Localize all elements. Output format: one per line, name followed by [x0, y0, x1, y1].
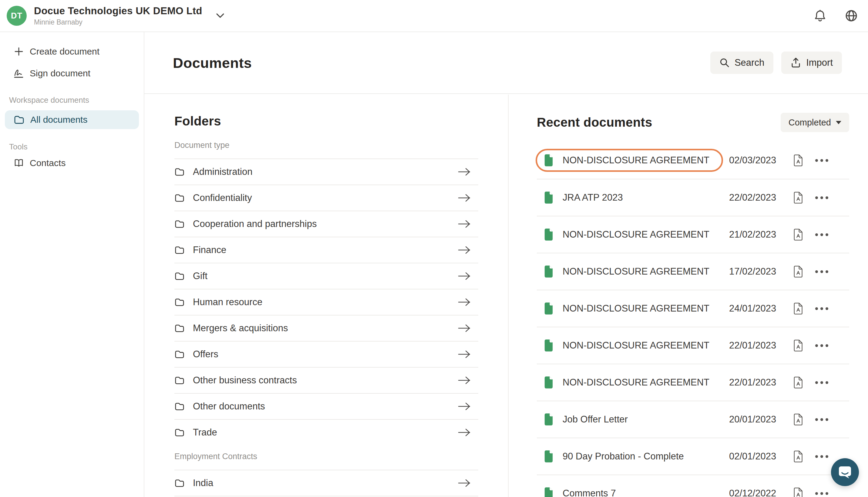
- folder-row-gift[interactable]: Gift: [175, 263, 478, 289]
- document-link-highlighted[interactable]: NON-DISCLOSURE AGREEMENT: [536, 149, 723, 172]
- more-options-icon[interactable]: [815, 344, 828, 347]
- recent-documents-panel: Recent documents Completed NON-DISCLOSUR…: [537, 95, 849, 497]
- document-icon: [544, 487, 553, 497]
- document-link[interactable]: Job Offer Letter: [536, 408, 642, 431]
- pdf-icon[interactable]: [794, 228, 803, 241]
- document-link[interactable]: NON-DISCLOSURE AGREEMENT: [536, 297, 723, 320]
- sidebar-item-contacts[interactable]: Contacts: [0, 152, 144, 174]
- folder-row-cooperation-and-partnerships[interactable]: Cooperation and partnerships: [175, 211, 478, 237]
- topbar-actions: [814, 10, 858, 22]
- document-link[interactable]: NON-DISCLOSURE AGREEMENT: [536, 371, 723, 394]
- document-name: Job Offer Letter: [563, 414, 628, 425]
- folder-name: Gift: [193, 271, 207, 282]
- recent-documents-title: Recent documents: [537, 115, 652, 130]
- search-button[interactable]: Search: [710, 52, 773, 74]
- pdf-icon[interactable]: [794, 266, 803, 278]
- sidebar-section-tools: Tools: [0, 141, 144, 152]
- document-icon: [544, 450, 553, 463]
- more-options-icon[interactable]: [815, 233, 828, 236]
- arrow-right-icon: [458, 401, 471, 411]
- folder-row-other-business-contracts[interactable]: Other business contracts: [175, 367, 478, 393]
- pdf-icon[interactable]: [794, 154, 803, 166]
- arrow-right-icon: [458, 350, 471, 359]
- more-options-icon[interactable]: [815, 418, 828, 421]
- document-name: JRA ATP 2023: [563, 192, 623, 203]
- pdf-icon[interactable]: [794, 377, 803, 388]
- folder-icon: [175, 402, 185, 411]
- document-link[interactable]: JRA ATP 2023: [536, 186, 637, 209]
- document-date: 20/01/2023: [729, 414, 776, 425]
- pdf-icon[interactable]: [794, 339, 803, 352]
- globe-icon[interactable]: [845, 10, 858, 22]
- sign-document-button[interactable]: Sign document: [0, 62, 144, 84]
- bell-icon[interactable]: [814, 10, 826, 22]
- document-link[interactable]: NON-DISCLOSURE AGREEMENT: [536, 223, 723, 246]
- document-icon: [544, 376, 553, 389]
- import-button-label: Import: [806, 57, 833, 68]
- folder-row-other-documents[interactable]: Other documents: [175, 393, 478, 419]
- more-options-icon[interactable]: [815, 159, 828, 162]
- pdf-icon[interactable]: [794, 450, 803, 463]
- arrow-right-icon: [458, 219, 471, 229]
- document-row: Job Offer Letter 20/01/2023: [537, 401, 849, 438]
- page-header: Documents Search: [144, 32, 868, 94]
- arrow-right-icon: [458, 323, 471, 333]
- document-link[interactable]: Comments 7: [536, 482, 630, 497]
- document-date: 22/01/2023: [729, 377, 776, 388]
- signature-icon: [14, 68, 24, 79]
- folder-row-mergers-acquisitions[interactable]: Mergers & acquisitions: [175, 315, 478, 341]
- folder-row-confidentiality[interactable]: Confidentiality: [175, 185, 478, 211]
- header-actions: Search Import: [710, 52, 842, 74]
- create-document-button[interactable]: Create document: [0, 41, 144, 62]
- folder-row-india[interactable]: India: [175, 470, 478, 496]
- document-date: 02/01/2023: [729, 451, 776, 462]
- import-icon: [790, 57, 801, 68]
- folder-row-finance[interactable]: Finance: [175, 237, 478, 263]
- folder-icon: [175, 376, 185, 385]
- folder-icon: [175, 219, 185, 228]
- pdf-icon[interactable]: [794, 191, 803, 204]
- pdf-icon[interactable]: [794, 487, 803, 497]
- document-icon: [544, 154, 553, 167]
- pdf-icon[interactable]: [794, 413, 803, 425]
- document-link[interactable]: 90 Day Probation - Complete: [536, 445, 698, 468]
- content-area: Folders Document type Administration Con…: [144, 95, 868, 497]
- arrow-right-icon: [458, 297, 471, 307]
- status-filter-dropdown[interactable]: Completed: [781, 113, 849, 132]
- document-icon: [544, 228, 553, 241]
- sidebar-item-all-documents[interactable]: All documents: [5, 110, 139, 129]
- folder-icon: [175, 298, 185, 307]
- folder-icon: [175, 428, 185, 437]
- folder-row-trade[interactable]: Trade: [175, 419, 478, 445]
- more-options-icon[interactable]: [815, 196, 828, 199]
- workspace-name: Docue Technologies UK DEMO Ltd: [34, 5, 202, 17]
- workspace-switcher[interactable]: DT Docue Technologies UK DEMO Ltd Minnie…: [7, 5, 225, 26]
- folder-name: Human resource: [193, 297, 262, 308]
- document-row: NON-DISCLOSURE AGREEMENT 22/01/2023: [537, 364, 849, 401]
- status-filter-label: Completed: [788, 117, 831, 128]
- folder-icon: [175, 193, 185, 202]
- more-options-icon[interactable]: [815, 492, 828, 495]
- folder-row-administration[interactable]: Administration: [175, 158, 478, 185]
- chevron-down-icon[interactable]: [216, 13, 225, 19]
- more-options-icon[interactable]: [815, 307, 828, 310]
- import-button[interactable]: Import: [781, 52, 842, 74]
- folder-row-human-resource[interactable]: Human resource: [175, 289, 478, 315]
- pdf-icon[interactable]: [794, 302, 803, 315]
- document-date: 24/01/2023: [729, 303, 776, 314]
- folder-name: Offers: [193, 349, 218, 360]
- folder-row-offers[interactable]: Offers: [175, 341, 478, 367]
- document-link[interactable]: NON-DISCLOSURE AGREEMENT: [536, 260, 723, 283]
- chat-launcher-button[interactable]: [831, 458, 859, 486]
- more-options-icon[interactable]: [815, 381, 828, 384]
- document-date: 17/02/2023: [729, 266, 776, 277]
- document-link[interactable]: NON-DISCLOSURE AGREEMENT: [536, 334, 723, 357]
- more-options-icon[interactable]: [815, 455, 828, 458]
- folder-row-netherlands[interactable]: Netherlands: [175, 496, 478, 497]
- arrow-right-icon: [458, 271, 471, 281]
- more-options-icon[interactable]: [815, 270, 828, 273]
- topbar: DT Docue Technologies UK DEMO Ltd Minnie…: [0, 0, 868, 32]
- document-date: 22/01/2023: [729, 340, 776, 351]
- folder-name: Other business contracts: [193, 375, 297, 386]
- document-icon: [544, 265, 553, 278]
